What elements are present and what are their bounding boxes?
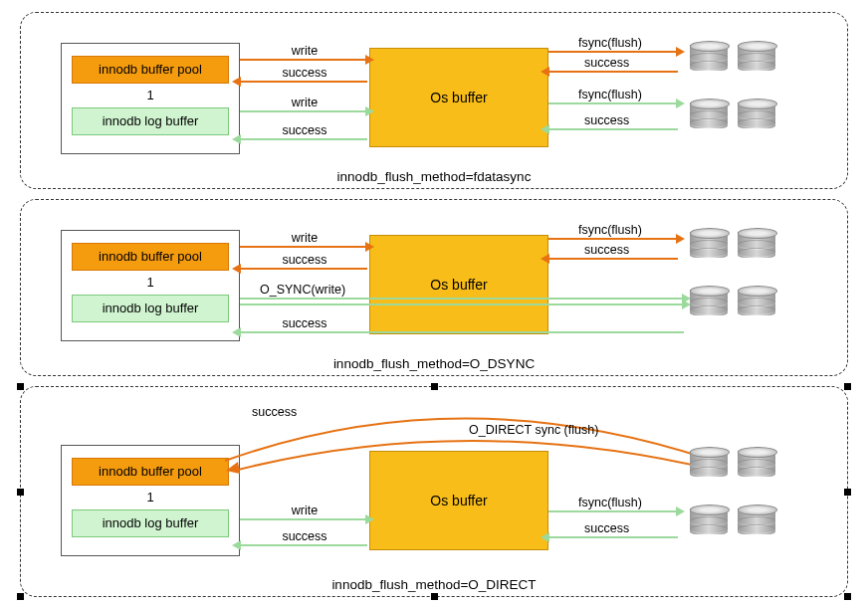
arrow-disk-to-os-log [548,536,678,538]
disk-icon [690,41,728,75]
label-success: success [584,113,629,127]
label-fsync: fsync(flush) [578,496,642,509]
arrow-os-to-pool [240,268,367,270]
disk-icon [690,228,728,262]
arrow-pool-to-os [240,246,367,248]
arrow-log-to-os [240,110,367,112]
label-write: write [270,44,339,58]
innodb-container: innodb buffer pool 1 innodb log buffer [61,43,240,154]
disk-pair-pool [690,41,779,79]
label-fsync: fsync(flush) [578,88,642,101]
disk-icon [738,447,775,481]
label-success: success [270,123,339,137]
disk-pair-log [690,99,779,136]
disk-icon [738,286,775,319]
arrowhead-icon [232,264,241,274]
arrow-os-to-pool [240,81,367,83]
arrow-os-to-log [240,138,367,140]
arrow-disk-to-log [240,331,684,333]
disk-icon [738,228,775,262]
arrow-os-to-disk-log [548,102,678,104]
caption: innodb_flush_method=O_DSYNC [21,356,847,371]
selection-handle-icon [844,489,851,496]
arrowhead-icon [676,47,685,57]
panel-o-direct: innodb buffer pool 1 innodb log buffer O… [20,386,848,597]
arrow-os-to-disk-pool [548,238,678,240]
disk-icon [690,99,728,132]
arrow-log-to-os [240,518,367,520]
caption: innodb_flush_method=fdatasync [21,169,847,184]
arrowhead-icon [232,327,241,337]
disk-icon [738,505,775,538]
label-fsync: fsync(flush) [578,36,642,50]
disk-icon [738,41,775,75]
arrow-disk-to-os-log [548,128,678,130]
selection-handle-icon [17,489,24,496]
panel-fdatasync: innodb buffer pool 1 innodb log buffer O… [20,12,848,189]
label-success: success [270,253,339,267]
arrowhead-icon [541,67,549,77]
label-success: success [584,56,629,70]
disk-icon [690,505,728,538]
arrowhead-icon [365,514,374,524]
label-fsync: fsync(flush) [578,223,642,237]
arrow-disk-to-os-pool [548,71,678,73]
panel-o-dsync: innodb buffer pool 1 innodb log buffer O… [20,199,848,376]
label-write: write [270,231,339,245]
arrow-log-osync-to-disk [240,298,684,300]
selection-handle-icon [17,593,24,600]
arrowhead-icon [676,234,685,244]
selection-handle-icon [844,593,851,600]
arrow-os-to-disk-pool [548,51,678,53]
label-success: success [270,529,339,543]
arrowhead-icon [232,540,241,550]
disk-icon [738,99,775,132]
disk-pair-pool [690,228,779,266]
disk-pair-log [690,505,779,542]
os-buffer: Os buffer [369,48,548,147]
disk-pair-pool [690,447,779,485]
caption: innodb_flush_method=O_DIRECT [21,577,847,592]
log-buffer: innodb log buffer [72,295,229,322]
arrowhead-icon [541,124,549,134]
label-success: success [584,243,629,257]
label-osync: O_SYNC(write) [260,283,345,297]
disk-icon [690,447,728,481]
selection-handle-icon [431,593,438,600]
arrowhead-icon [232,77,241,87]
label-one: 1 [62,490,239,505]
label-success: success [270,316,339,330]
label-one: 1 [62,88,239,102]
log-buffer: innodb log buffer [72,107,229,135]
label-success: success [252,405,297,419]
disk-pair-log [690,286,779,323]
log-buffer: innodb log buffer [72,509,229,537]
arrowhead-icon [232,134,241,144]
arrowhead-icon [365,242,374,252]
innodb-container: innodb buffer pool 1 innodb log buffer [61,230,240,341]
arrowhead-icon [365,55,374,65]
arrow-disk-to-os-pool [548,258,678,260]
arrowhead-icon [676,99,685,108]
os-buffer: Os buffer [369,235,548,334]
arrow-os-to-log [240,544,367,546]
label-write: write [270,504,339,517]
svg-marker-1 [226,462,240,474]
arrow-log-osync-to-disk2 [240,304,684,305]
arrowhead-icon [676,506,685,516]
label-success: success [270,66,339,80]
arrowhead-icon [365,106,374,116]
buffer-pool: innodb buffer pool [72,243,229,271]
label-one: 1 [62,275,239,290]
arrowhead-icon [541,532,549,542]
arrow-pool-to-os [240,59,367,61]
arrowhead-icon [541,254,549,264]
label-write: write [270,96,339,109]
arrow-os-to-disk-log [548,510,678,512]
buffer-pool: innodb buffer pool [72,56,229,84]
label-success: success [584,521,629,535]
label-odirect: O_DIRECT sync (flush) [469,423,598,437]
disk-icon [690,286,728,319]
